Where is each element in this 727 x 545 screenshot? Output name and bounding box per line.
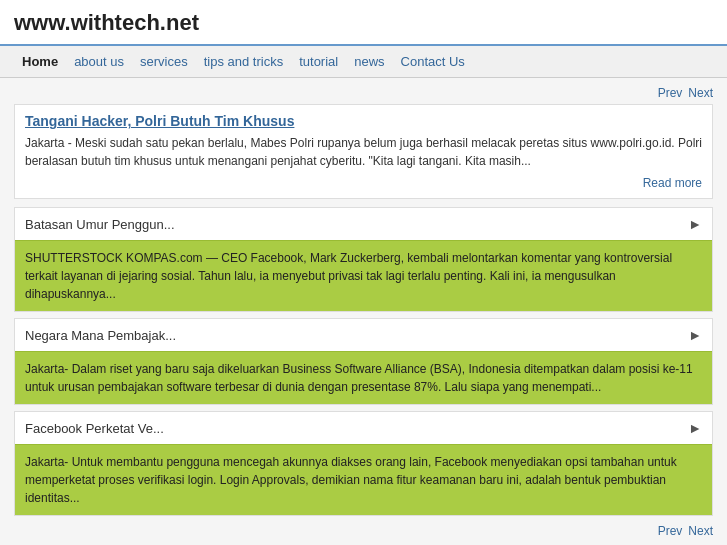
nav-item-about[interactable]: about us bbox=[66, 52, 132, 71]
prev-link-bottom[interactable]: Prev bbox=[658, 524, 683, 538]
accordion-2-body: Jakarta- Dalam riset yang baru saja dike… bbox=[15, 351, 712, 404]
main-nav: Home about us services tips and tricks t… bbox=[0, 46, 727, 78]
nav-item-services[interactable]: services bbox=[132, 52, 196, 71]
accordion-1: Batasan Umur Penggun... ► SHUTTERSTOCK K… bbox=[14, 207, 713, 312]
pagination-bottom: Prev Next bbox=[14, 524, 713, 538]
article-title[interactable]: Tangani Hacker, Polri Butuh Tim Khusus bbox=[25, 113, 702, 129]
accordion-2-header[interactable]: Negara Mana Pembajak... ► bbox=[15, 319, 712, 351]
accordion-1-arrow: ► bbox=[688, 216, 702, 232]
main-article: Tangani Hacker, Polri Butuh Tim Khusus J… bbox=[14, 104, 713, 199]
accordion-3-arrow: ► bbox=[688, 420, 702, 436]
accordion-1-header[interactable]: Batasan Umur Penggun... ► bbox=[15, 208, 712, 240]
nav-item-contact[interactable]: Contact Us bbox=[393, 52, 473, 71]
read-more-link[interactable]: Read more bbox=[25, 176, 702, 190]
nav-item-news[interactable]: news bbox=[346, 52, 392, 71]
site-title: www.withtech.net bbox=[14, 10, 199, 35]
accordion-3-header[interactable]: Facebook Perketat Ve... ► bbox=[15, 412, 712, 444]
accordion-1-body: SHUTTERSTOCK KOMPAS.com — CEO Facebook, … bbox=[15, 240, 712, 311]
accordion-1-title: Batasan Umur Penggun... bbox=[25, 217, 175, 232]
prev-link-top[interactable]: Prev bbox=[658, 86, 683, 100]
accordion-2-arrow: ► bbox=[688, 327, 702, 343]
pagination-top: Prev Next bbox=[14, 86, 713, 100]
nav-item-tips[interactable]: tips and tricks bbox=[196, 52, 291, 71]
nav-item-tutorial[interactable]: tutorial bbox=[291, 52, 346, 71]
next-link-bottom[interactable]: Next bbox=[688, 524, 713, 538]
accordion-3: Facebook Perketat Ve... ► Jakarta- Untuk… bbox=[14, 411, 713, 516]
nav-item-home[interactable]: Home bbox=[14, 52, 66, 71]
next-link-top[interactable]: Next bbox=[688, 86, 713, 100]
accordion-3-title: Facebook Perketat Ve... bbox=[25, 421, 164, 436]
accordion-3-body: Jakarta- Untuk membantu pengguna mencega… bbox=[15, 444, 712, 515]
article-excerpt: Jakarta - Meski sudah satu pekan berlalu… bbox=[25, 134, 702, 170]
accordion-2-title: Negara Mana Pembajak... bbox=[25, 328, 176, 343]
accordion-2: Negara Mana Pembajak... ► Jakarta- Dalam… bbox=[14, 318, 713, 405]
